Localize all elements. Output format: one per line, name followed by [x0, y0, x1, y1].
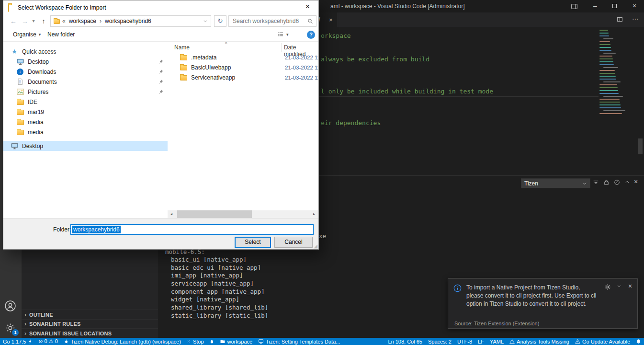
sidebar-item-label: media [28, 119, 44, 126]
minimize-button[interactable]: – [586, 0, 604, 12]
horizontal-scrollbar[interactable]: ◂ ▸ [168, 210, 318, 218]
account-icon[interactable] [4, 300, 16, 312]
sidebar-item-documents[interactable]: Documents [3, 77, 168, 87]
clear-output-icon[interactable] [614, 179, 620, 185]
tab-close-icon[interactable]: × [329, 16, 333, 23]
search-box[interactable] [228, 15, 316, 27]
sidebar-section-outline[interactable]: ›OUTLINE [22, 310, 158, 319]
search-icon[interactable] [307, 18, 313, 24]
sidebar-item-downloads[interactable]: ↓Downloads [3, 67, 168, 77]
analysis-tools-icon [509, 339, 515, 344]
file-row-basicuiwebapp[interactable]: BasicUIwebapp21-03-2022 11:5 [168, 62, 318, 72]
chevron-right-icon: › [24, 311, 26, 318]
sidebar-item-quick-access[interactable]: ★Quick access [3, 46, 168, 57]
sidebar-item-pictures[interactable]: Pictures [3, 87, 168, 97]
go-update-icon [575, 339, 580, 344]
history-caret-icon[interactable]: ▾ [30, 16, 37, 26]
customize-layout-icon[interactable] [571, 3, 578, 10]
minimap[interactable] [599, 30, 638, 121]
terminal-line: widget [native_app] [171, 296, 268, 304]
status-go-update[interactable]: Go Update Available [572, 338, 633, 345]
dialog-close-button[interactable]: × [297, 0, 318, 14]
resize-grip[interactable]: ◢ [314, 243, 317, 249]
desktop-icon [17, 58, 24, 65]
sidebar-item-desktop[interactable]: Desktop [3, 57, 168, 67]
status-debug-launch[interactable]: Tizen Native Debug: Launch (gdb) (worksp… [61, 338, 184, 345]
cancel-button[interactable]: Cancel [274, 237, 313, 248]
maximize-panel-icon[interactable] [624, 179, 630, 185]
sidebar-item-desktop[interactable]: Desktop [3, 141, 168, 151]
help-button[interactable]: ? [307, 31, 315, 39]
select-button[interactable]: Select [235, 237, 271, 248]
sidebar-item-media[interactable]: media [3, 127, 168, 137]
breadcrumb-workspace[interactable]: workspace [68, 18, 97, 24]
filter-icon[interactable] [593, 179, 599, 185]
status-encoding[interactable]: UTF-8 [454, 338, 475, 345]
go-version-label: Go 1.17.5 [3, 339, 26, 345]
sidebar-section-sonarlint-issue-locations[interactable]: ›SONARLINT ISSUE LOCATIONS [22, 328, 158, 338]
window-close-button[interactable]: × [625, 0, 644, 12]
panel-close-icon[interactable]: × [634, 178, 638, 185]
status-analysis-tools[interactable]: Analysis Tools Missing [507, 338, 572, 345]
status-language-mode[interactable]: YAML [487, 338, 507, 345]
notification-gear-icon[interactable] [604, 284, 611, 290]
organise-button[interactable]: Organise ▾ [13, 31, 41, 38]
address-bar[interactable]: « workspace›workspacehybrid6 [50, 15, 211, 27]
tizen-templates-icon [258, 339, 264, 344]
new-folder-button[interactable]: New folder [47, 31, 75, 38]
lock-scroll-icon[interactable] [603, 179, 610, 185]
refresh-icon[interactable]: ↻ [214, 15, 226, 27]
settings-badge: 1 [12, 329, 19, 336]
status-bar: Go 1.17.5⊘ 0 ⚠ 0Tizen Native Debug: Laun… [0, 338, 644, 345]
scrollbar-thumb[interactable] [177, 210, 252, 218]
forward-icon[interactable]: → [20, 16, 30, 26]
status-workspace[interactable]: workspace [217, 338, 256, 345]
scroll-left-icon[interactable]: ◂ [168, 210, 175, 218]
status-problems[interactable]: ⊘ 0 ⚠ 0 [35, 338, 60, 345]
sidebar-item-label: Pictures [28, 89, 48, 95]
status-notifications[interactable] [633, 338, 644, 345]
file-row--metadata[interactable]: .metadata21-03-2022 11:4 [168, 52, 318, 62]
folder-icon [180, 65, 187, 70]
notification-close-icon[interactable]: × [628, 282, 632, 290]
split-editor-icon[interactable] [617, 16, 623, 23]
notification-chevron-down-icon[interactable] [617, 284, 621, 288]
status-tizen-templates[interactable]: Tizen: Setting Templates Data... [255, 338, 343, 345]
up-icon[interactable]: ↑ [38, 16, 49, 26]
view-mode-button[interactable]: ▾ [277, 31, 289, 37]
scroll-right-icon[interactable]: ▸ [310, 210, 318, 218]
info-icon [453, 284, 462, 292]
workspace-icon [220, 339, 226, 344]
terminal-line: basic_edc_ui [native_app] [171, 264, 268, 272]
stop-label: Stop [193, 339, 204, 345]
output-channel-value: Tizen [524, 180, 538, 187]
dialog-toolbar: Organise ▾ New folder ▾ ? [3, 28, 318, 42]
sidebar-item-media[interactable]: media [3, 117, 168, 127]
back-icon[interactable]: ← [7, 16, 20, 26]
breadcrumb-workspacehybrid6[interactable]: workspacehybrid6 [104, 18, 152, 24]
maximize-button[interactable] [605, 0, 623, 12]
address-caret-icon[interactable] [203, 19, 208, 23]
sidebar-section-sonarlint-rules[interactable]: ›SONARLINT RULES [22, 319, 158, 329]
status-go-version[interactable]: Go 1.17.5 [0, 338, 35, 345]
column-name[interactable]: Name [174, 44, 190, 51]
editor-scrollbar[interactable] [638, 138, 643, 154]
status-cursor-position[interactable]: Ln 108, Col 65 [385, 338, 425, 345]
status-tizen-drop[interactable] [207, 338, 217, 345]
section-label: OUTLINE [29, 312, 53, 318]
organise-label: Organise [13, 31, 36, 38]
folder-name-input[interactable]: workspacehybrid6 [70, 224, 314, 235]
terminal-line: basic_ui [native_app] [171, 256, 268, 264]
sidebar-item-label: media [28, 129, 44, 136]
sidebar-item-ide[interactable]: IDE [3, 97, 168, 107]
tizen-drop-icon [210, 339, 214, 344]
problems-label: ⊘ 0 ⚠ 0 [38, 338, 57, 345]
more-actions-icon[interactable]: ⋯ [632, 15, 639, 23]
output-channel-select[interactable]: Tizen [521, 178, 590, 188]
status-stop[interactable]: Stop [184, 338, 207, 345]
status-indentation[interactable]: Spaces: 2 [425, 338, 454, 345]
file-row-servicenativeapp[interactable]: Servicenativeapp21-03-2022 11:5 [168, 72, 318, 82]
sidebar-item-mar19[interactable]: mar19 [3, 107, 168, 117]
search-input[interactable] [229, 16, 316, 26]
status-eol[interactable]: LF [475, 338, 487, 345]
